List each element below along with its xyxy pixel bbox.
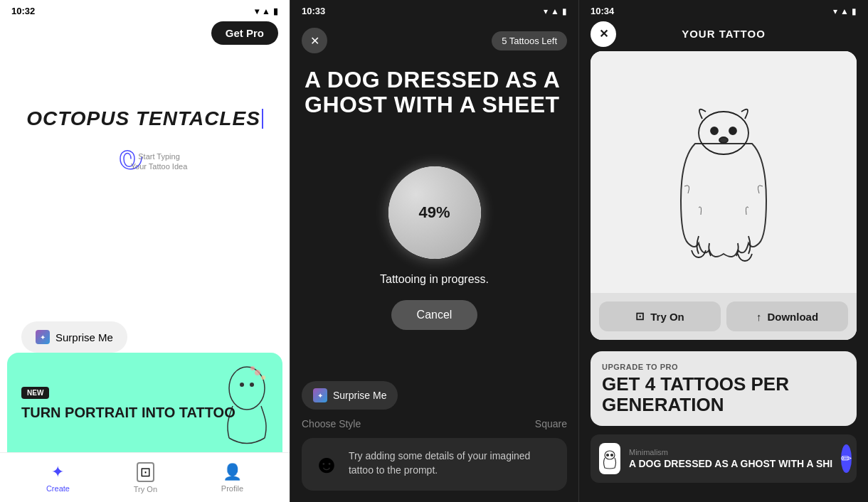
upgrade-title: GET 4 TATTOOS PER GENERATION bbox=[602, 374, 845, 415]
upgrade-banner[interactable]: UPGRADE TO PRO GET 4 TATTOOS PER GENERAT… bbox=[591, 351, 857, 426]
get-pro-button[interactable]: Get Pro bbox=[211, 21, 278, 45]
signal-icon: ▲ bbox=[262, 6, 270, 16]
svg-point-8 bbox=[729, 127, 736, 134]
profile-nav-label: Profile bbox=[221, 484, 243, 493]
history-item: Minimalism A DOG DRESSED AS A GHOST WITH… bbox=[591, 434, 857, 483]
status-icons-2: ▾ ▲ ▮ bbox=[544, 6, 567, 16]
history-style-label: Minimalism bbox=[629, 448, 832, 456]
s2-top-bar: ✕ 5 Tattoos Left bbox=[290, 22, 578, 59]
nav-try-on[interactable]: ⊡ Try On bbox=[134, 462, 157, 493]
s2-bottom: ✦ Surprise Me Choose Style Square ☻ Try … bbox=[290, 370, 578, 502]
svg-point-7 bbox=[711, 127, 718, 134]
surprise-icon: ✦ bbox=[36, 330, 50, 344]
surprise-icon-2: ✦ bbox=[313, 388, 327, 402]
nav-profile[interactable]: 👤 Profile bbox=[221, 463, 243, 493]
progress-circle: 49% bbox=[388, 166, 481, 259]
create-nav-label: Create bbox=[46, 484, 70, 493]
try-on-nav-label: Try On bbox=[134, 485, 157, 493]
tattoos-left-badge: 5 Tattoos Left bbox=[492, 31, 567, 50]
banner-text: NEW TURN PORTRAIT INTO TATTOO bbox=[21, 385, 268, 420]
svg-point-4 bbox=[261, 375, 265, 380]
history-thumbnail bbox=[599, 443, 620, 474]
spiral-container: Start Typing Your Tattoo Idea bbox=[102, 137, 188, 194]
battery-icon: ▮ bbox=[273, 6, 278, 16]
try-on-nav-icon: ⊡ bbox=[137, 462, 154, 482]
download-label: Download bbox=[767, 311, 818, 323]
screen1: 10:32 ▾ ▲ ▮ Get Pro OCTOPUS TENTACLES St… bbox=[0, 0, 290, 502]
close-button-2[interactable]: ✕ bbox=[302, 28, 327, 53]
time-3: 10:34 bbox=[591, 6, 614, 16]
square-label: Square bbox=[535, 418, 567, 429]
edit-icon: ✏ bbox=[841, 451, 852, 466]
history-desc-text: A DOG DRESSED AS A GHOST WITH A SHI bbox=[629, 458, 832, 469]
try-on-button[interactable]: ⊡ Try On bbox=[599, 301, 721, 331]
progress-label: Tattooing in progress. bbox=[380, 273, 489, 286]
progress-area: 49% Tattooing in progress. Cancel bbox=[290, 126, 578, 370]
history-thumb-icon bbox=[599, 448, 620, 469]
text-cursor bbox=[262, 109, 263, 129]
status-icons-3: ▾ ▲ ▮ bbox=[833, 6, 857, 16]
surprise-me-button[interactable]: ✦ Surprise Me bbox=[21, 321, 127, 353]
status-bar-3: 10:34 ▾ ▲ ▮ bbox=[579, 0, 868, 22]
screen3-title: YOUR TATTOO bbox=[682, 28, 766, 40]
svg-point-11 bbox=[607, 454, 609, 456]
tattoo-input-area: OCTOPUS TENTACLES Start Typing Your Tatt… bbox=[0, 65, 290, 194]
tip-box: ☻ Try adding some details of your imagin… bbox=[302, 438, 567, 491]
wifi-icon-2: ▾ bbox=[544, 6, 548, 16]
screen3: 10:34 ▾ ▲ ▮ ✕ YOUR TATTOO bbox=[579, 0, 868, 502]
progress-percentage: 49% bbox=[418, 203, 450, 222]
signal-icon-2: ▲ bbox=[551, 6, 559, 16]
promo-banner[interactable]: NEW TURN PORTRAIT INTO TATTOO bbox=[7, 353, 282, 452]
try-on-label: Try On bbox=[650, 311, 684, 323]
choose-style-label: Choose Style bbox=[302, 418, 361, 429]
upgrade-label: UPGRADE TO PRO bbox=[602, 363, 845, 371]
banner-title: TURN PORTRAIT INTO TATTOO bbox=[21, 405, 268, 420]
time-2: 10:33 bbox=[302, 6, 325, 16]
surprise-me-label-2: Surprise Me bbox=[333, 390, 386, 401]
download-button[interactable]: ↑ Download bbox=[726, 301, 848, 331]
status-bar-1: 10:32 ▾ ▲ ▮ bbox=[0, 0, 290, 22]
svg-point-3 bbox=[255, 370, 260, 375]
download-icon: ↑ bbox=[756, 311, 762, 323]
bottom-nav: ✦ Create ⊡ Try On 👤 Profile bbox=[0, 452, 290, 502]
tattoo-input-display: OCTOPUS TENTACLES bbox=[26, 107, 263, 130]
history-text: Minimalism A DOG DRESSED AS A GHOST WITH… bbox=[629, 448, 832, 469]
svg-point-5 bbox=[250, 366, 255, 370]
time-1: 10:32 bbox=[11, 6, 35, 16]
surprise-me-button-2[interactable]: ✦ Surprise Me bbox=[302, 381, 398, 410]
battery-icon-2: ▮ bbox=[562, 6, 567, 16]
create-nav-icon: ✦ bbox=[51, 463, 64, 481]
screen2: 10:33 ▾ ▲ ▮ ✕ 5 Tattoos Left A DOG DRESS… bbox=[290, 0, 579, 502]
status-bar-2: 10:33 ▾ ▲ ▮ bbox=[290, 0, 578, 22]
wifi-icon-3: ▾ bbox=[833, 6, 837, 16]
surprise-me-label: Surprise Me bbox=[55, 331, 113, 343]
svg-point-12 bbox=[611, 454, 613, 456]
progress-background: 49% bbox=[388, 166, 481, 259]
tip-text: Try adding some details of your imagined… bbox=[349, 449, 556, 477]
status-icons-1: ▾ ▲ ▮ bbox=[255, 6, 278, 16]
profile-nav-icon: 👤 bbox=[223, 463, 242, 481]
wifi-icon: ▾ bbox=[255, 6, 259, 16]
battery-icon-3: ▮ bbox=[852, 6, 857, 16]
s3-header: ✕ YOUR TATTOO bbox=[579, 22, 868, 46]
s2-controls: Choose Style Square bbox=[302, 418, 567, 429]
ghost-icon: ☻ bbox=[313, 449, 340, 479]
prompt-text: A DOG DRESSED AS A GHOST WITH A SHEET bbox=[290, 59, 578, 126]
edit-button[interactable]: ✏ bbox=[841, 444, 852, 473]
try-on-icon: ⊡ bbox=[635, 310, 645, 323]
new-badge: NEW bbox=[21, 387, 49, 399]
svg-point-9 bbox=[719, 137, 728, 143]
dog-ghost-illustration bbox=[652, 73, 795, 272]
result-actions: ⊡ Try On ↑ Download bbox=[591, 293, 857, 340]
tattoo-result-card: ⊡ Try On ↑ Download bbox=[591, 51, 857, 340]
start-typing-hint: Start Typing Your Tattoo Idea bbox=[131, 151, 188, 172]
close-button-3[interactable]: ✕ bbox=[591, 21, 616, 47]
tattoo-result-image bbox=[591, 51, 857, 293]
tattoo-input-text: OCTOPUS TENTACLES bbox=[26, 107, 260, 130]
nav-create[interactable]: ✦ Create bbox=[46, 463, 70, 493]
signal-icon-3: ▲ bbox=[840, 6, 849, 16]
cancel-button[interactable]: Cancel bbox=[391, 300, 478, 330]
svg-point-6 bbox=[699, 112, 748, 154]
